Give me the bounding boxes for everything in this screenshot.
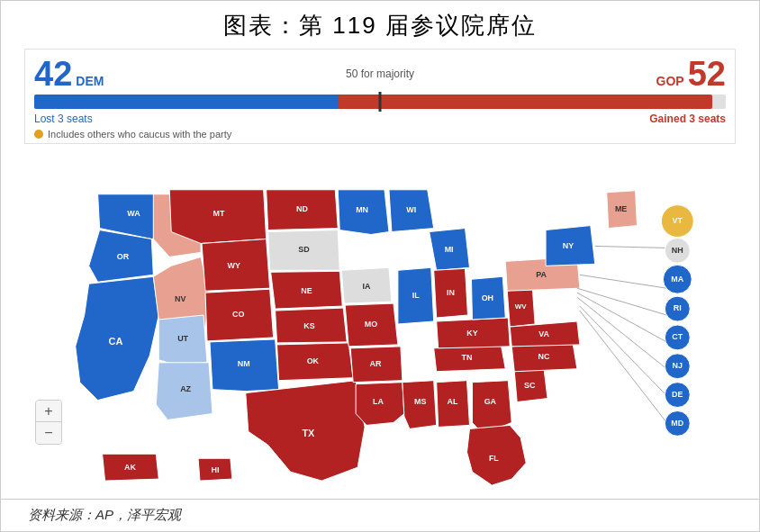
state-nm[interactable] bbox=[210, 339, 279, 392]
state-in[interactable] bbox=[434, 268, 468, 318]
state-oh[interactable] bbox=[471, 276, 505, 320]
state-mi[interactable] bbox=[430, 229, 470, 271]
state-ms[interactable] bbox=[403, 381, 437, 429]
state-la[interactable] bbox=[356, 383, 404, 426]
state-ne[interactable] bbox=[271, 271, 343, 309]
source-text: 资料来源：AP，泽平宏观 bbox=[28, 507, 181, 522]
state-sc[interactable] bbox=[514, 369, 547, 402]
majority-marker bbox=[379, 92, 382, 112]
state-sd[interactable] bbox=[268, 230, 340, 271]
state-or[interactable] bbox=[89, 230, 154, 283]
includes-note: Includes others who caucus with the part… bbox=[34, 129, 726, 140]
state-ny[interactable] bbox=[546, 226, 595, 266]
svg-line-47 bbox=[580, 306, 667, 395]
dem-number: 42 bbox=[34, 57, 72, 91]
state-ca[interactable] bbox=[76, 276, 159, 400]
state-ut[interactable] bbox=[158, 315, 207, 365]
svg-line-43 bbox=[580, 275, 667, 288]
state-ia[interactable] bbox=[341, 267, 392, 303]
state-hi[interactable] bbox=[198, 458, 232, 481]
state-ak[interactable] bbox=[103, 454, 159, 481]
state-ma[interactable] bbox=[663, 265, 692, 293]
svg-line-46 bbox=[577, 297, 666, 369]
state-fl[interactable] bbox=[467, 425, 527, 485]
state-mt[interactable] bbox=[169, 190, 266, 244]
svg-line-42 bbox=[595, 246, 667, 248]
svg-line-48 bbox=[580, 311, 667, 422]
state-tn[interactable] bbox=[434, 345, 506, 372]
state-mo[interactable] bbox=[345, 303, 398, 347]
dem-bar bbox=[34, 95, 339, 109]
zoom-controls[interactable]: + − bbox=[35, 400, 62, 445]
us-map-svg: WA OR CA ID NV MT WY UT CO bbox=[24, 149, 736, 499]
state-wv[interactable] bbox=[507, 285, 535, 327]
state-co[interactable] bbox=[205, 289, 274, 341]
state-az[interactable] bbox=[156, 363, 213, 420]
majority-label: 50 for majority bbox=[346, 68, 414, 80]
dem-label: DEM bbox=[76, 74, 104, 88]
map-section: WA OR CA ID NV MT WY UT CO bbox=[24, 149, 736, 499]
gained-seats-label: Gained 3 seats bbox=[649, 113, 726, 125]
gop-score: GOP 52 bbox=[656, 57, 726, 91]
score-row: 42 DEM 50 for majority GOP 52 bbox=[34, 57, 726, 91]
gold-dot-icon bbox=[34, 130, 43, 139]
state-ks[interactable] bbox=[276, 308, 348, 343]
state-me[interactable] bbox=[607, 191, 638, 229]
source-bar: 资料来源：AP，泽平宏观 bbox=[1, 499, 759, 531]
page-title: 图表：第 119 届参议院席位 bbox=[223, 1, 537, 49]
state-ar[interactable] bbox=[350, 347, 403, 383]
state-nh[interactable] bbox=[665, 238, 690, 263]
gop-number: 52 bbox=[688, 57, 726, 91]
state-wi[interactable] bbox=[389, 190, 434, 232]
includes-note-text: Includes others who caucus with the part… bbox=[48, 129, 231, 140]
dem-score: 42 DEM bbox=[34, 57, 104, 91]
state-nj[interactable] bbox=[665, 354, 690, 379]
state-il[interactable] bbox=[398, 267, 434, 324]
state-ky[interactable] bbox=[437, 318, 511, 348]
progress-bar bbox=[34, 95, 726, 109]
lost-seats-label: Lost 3 seats bbox=[34, 113, 93, 125]
state-ri[interactable] bbox=[665, 296, 690, 321]
state-ct[interactable] bbox=[665, 325, 690, 350]
gop-bar bbox=[339, 95, 712, 109]
state-md[interactable] bbox=[665, 411, 690, 437]
state-ok[interactable] bbox=[277, 343, 354, 381]
state-al[interactable] bbox=[437, 381, 470, 428]
gop-label: GOP bbox=[656, 74, 684, 88]
score-bar-section: 42 DEM 50 for majority GOP 52 Lost 3 sea… bbox=[24, 49, 736, 144]
state-de[interactable] bbox=[665, 383, 690, 408]
state-mn[interactable] bbox=[338, 190, 389, 235]
svg-line-44 bbox=[577, 288, 666, 315]
page-container: 图表：第 119 届参议院席位 42 DEM 50 for majority G… bbox=[0, 0, 760, 532]
seat-change-row: Lost 3 seats Gained 3 seats bbox=[34, 113, 726, 125]
zoom-in-button[interactable]: + bbox=[36, 401, 61, 422]
zoom-out-button[interactable]: − bbox=[36, 422, 61, 444]
state-tx[interactable] bbox=[246, 381, 365, 481]
state-nd[interactable] bbox=[267, 190, 339, 230]
state-wy[interactable] bbox=[202, 239, 270, 291]
state-vt[interactable] bbox=[661, 205, 693, 238]
